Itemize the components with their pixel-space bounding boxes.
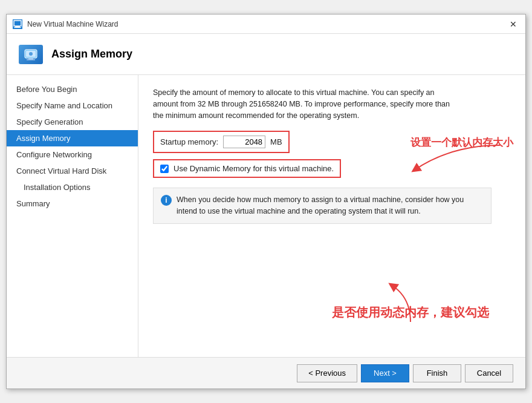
svg-point-7 [29, 52, 33, 56]
memory-input[interactable] [223, 136, 265, 148]
close-button[interactable]: ✕ [507, 19, 519, 29]
sidebar-item-connect-vhd[interactable]: Connect Virtual Hard Disk [7, 163, 138, 179]
window-icon [13, 19, 22, 29]
svg-rect-6 [27, 59, 35, 61]
svg-rect-2 [14, 27, 21, 28]
sidebar-item-installation-options[interactable]: Installation Options [7, 179, 138, 195]
wizard-window: New Virtual Machine Wizard ✕ Assign Memo… [6, 14, 526, 389]
memory-unit: MB [270, 137, 282, 146]
info-text: When you decide how much memory to assig… [177, 194, 484, 217]
sidebar-item-specify-generation[interactable]: Specify Generation [7, 114, 138, 130]
wizard-header: Assign Memory [7, 34, 525, 75]
finish-button[interactable]: Finish [413, 364, 461, 382]
sidebar: Before You Begin Specify Name and Locati… [7, 75, 138, 357]
wizard-header-title: Assign Memory [51, 48, 132, 61]
wizard-body: Before You Begin Specify Name and Locati… [7, 75, 525, 357]
memory-label: Startup memory: [160, 137, 218, 146]
header-icon [19, 45, 43, 64]
sidebar-item-summary[interactable]: Summary [7, 195, 138, 212]
sidebar-item-assign-memory[interactable]: Assign Memory [7, 130, 138, 146]
content-description: Specify the amount of memory to allocate… [153, 87, 455, 121]
arrow-bottom-svg [374, 280, 447, 328]
svg-rect-1 [15, 26, 20, 27]
content-area: Specify the amount of memory to allocate… [138, 75, 525, 357]
dynamic-memory-checkbox[interactable] [160, 165, 169, 173]
arrow-top-svg [403, 139, 512, 175]
info-icon: i [161, 195, 172, 206]
wizard-footer: < Previous Next > Finish Cancel [7, 357, 525, 388]
titlebar: New Virtual Machine Wizard ✕ [7, 15, 525, 34]
startup-memory-row: Startup memory: MB [153, 131, 290, 153]
svg-rect-0 [14, 21, 21, 26]
sidebar-item-before-you-begin[interactable]: Before You Begin [7, 81, 138, 97]
sidebar-item-specify-name[interactable]: Specify Name and Location [7, 97, 138, 114]
titlebar-left: New Virtual Machine Wizard [13, 19, 118, 29]
window-title: New Virtual Machine Wizard [27, 20, 118, 28]
sidebar-item-configure-networking[interactable]: Configure Networking [7, 146, 138, 163]
dynamic-memory-row: Use Dynamic Memory for this virtual mach… [153, 159, 341, 178]
previous-button[interactable]: < Previous [297, 364, 357, 382]
svg-rect-5 [28, 58, 33, 59]
info-box: i When you decide how much memory to ass… [153, 188, 491, 224]
dynamic-memory-label: Use Dynamic Memory for this virtual mach… [174, 164, 334, 173]
cancel-button[interactable]: Cancel [465, 364, 513, 382]
next-button[interactable]: Next > [361, 364, 409, 382]
